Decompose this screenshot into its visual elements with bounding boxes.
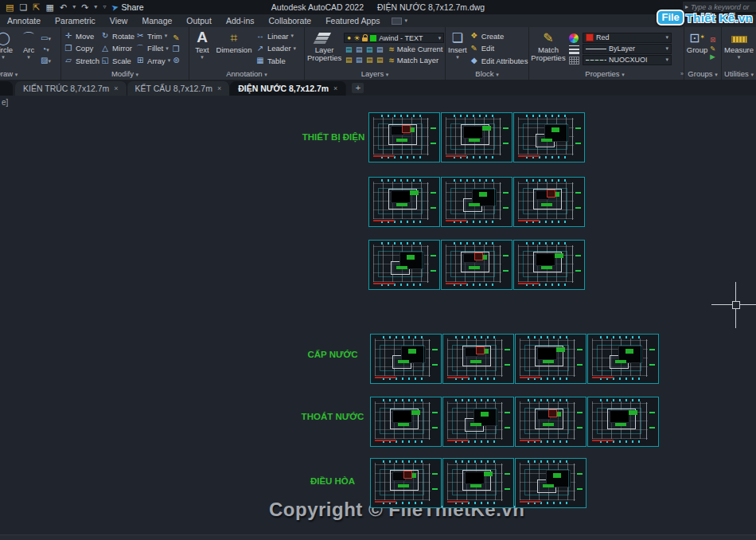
move-button[interactable]: ✛Move <box>64 30 99 42</box>
layer-isolate-icon[interactable]: ▤ <box>344 45 353 54</box>
trim-button[interactable]: ✂Trim▾ <box>135 30 170 42</box>
arc-tool-button[interactable]: ⌒ Arc ▾ <box>19 28 38 69</box>
section-label[interactable]: ĐIỀU HÒA <box>310 476 355 486</box>
leader-button[interactable]: ↗Leader▾ <box>255 43 296 55</box>
ellipse-tool-icon[interactable]: ◔▾ <box>41 45 50 53</box>
linear-button[interactable]: ↔Linear▾ <box>255 30 296 42</box>
plan-thumbnail[interactable] <box>370 397 442 447</box>
plan-thumbnail[interactable] <box>368 112 440 162</box>
tab-view[interactable]: View <box>103 14 135 27</box>
dialog-launcher-icon[interactable]: » <box>680 69 684 79</box>
group-button[interactable]: ⊡✶ Group <box>687 28 707 69</box>
plan-thumbnail[interactable] <box>368 177 440 227</box>
panel-label-layers[interactable]: Layers ▾ <box>305 69 445 80</box>
plan-thumbnail[interactable] <box>587 334 659 384</box>
share-button[interactable]: ➤ Share <box>111 2 143 13</box>
plan-thumbnail[interactable] <box>442 397 514 447</box>
plan-thumbnail[interactable] <box>442 458 514 508</box>
array-button[interactable]: ⊞Array▾ <box>135 55 170 67</box>
plan-thumbnail[interactable] <box>515 458 586 508</box>
tab-addins[interactable]: Add-ins <box>219 14 262 27</box>
explode-icon[interactable]: ❒ <box>171 45 181 53</box>
panel-label-annotation[interactable]: Annotation ▾ <box>189 69 304 80</box>
redo-button[interactable]: ↷ <box>81 3 88 12</box>
plan-thumbnail[interactable] <box>513 177 585 227</box>
tab-featured-apps[interactable]: Featured Apps <box>318 14 387 27</box>
linetype-combo[interactable]: NUOCXUOI ▾ <box>583 55 672 65</box>
match-properties-button[interactable]: ✎ Match Properties <box>532 28 565 69</box>
close-icon[interactable]: × <box>333 84 337 92</box>
tab-parametric[interactable]: Parametric <box>48 14 103 27</box>
layer-combo[interactable]: ● ☀ Awind - TEXT ▾ <box>344 33 444 43</box>
new-tab-button[interactable]: + <box>352 83 364 93</box>
color-wheel-icon[interactable] <box>569 33 579 43</box>
lineweight-combo[interactable]: ByLayer ▾ <box>583 44 672 54</box>
layer-freeze-icon[interactable]: ▤ <box>364 45 374 54</box>
panel-label-properties[interactable]: Properties ▾ » <box>529 69 684 80</box>
ungroup-icon[interactable]: ⊠ <box>710 37 715 44</box>
rotate-button[interactable]: ↻Rotate <box>100 30 134 42</box>
save-icon[interactable]: ▤ <box>6 3 14 12</box>
dimension-tool-button[interactable]: ⌗ Dimension <box>215 28 253 69</box>
redo-dropdown-icon[interactable]: ▾ <box>94 4 97 10</box>
undo-dropdown-icon[interactable]: ▾ <box>72 4 76 10</box>
panel-label-modify[interactable]: Modify ▾ <box>61 69 189 80</box>
file-tab-partial[interactable] <box>0 81 13 96</box>
undo-button[interactable]: ↶ <box>60 3 67 12</box>
close-icon[interactable]: × <box>217 84 221 92</box>
panel-label-draw[interactable]: Draw ▾ <box>0 69 60 80</box>
close-icon[interactable]: × <box>114 84 118 92</box>
open-icon[interactable]: ❏ <box>19 3 27 12</box>
linetype-icon[interactable] <box>569 57 579 65</box>
drawing-canvas[interactable]: e] Copyright © FileThietKe.vn THIẾT BỊ Đ… <box>0 96 756 535</box>
plan-thumbnail[interactable] <box>441 112 512 162</box>
circle-tool-button[interactable]: ◯ Circle ▾ <box>0 28 17 69</box>
text-tool-button[interactable]: A Text ▾ <box>192 28 212 69</box>
plan-thumbnail[interactable] <box>442 334 514 384</box>
plan-thumbnail[interactable] <box>513 112 585 162</box>
plan-thumbnail[interactable] <box>441 177 512 227</box>
offset-icon[interactable]: ⊜ <box>171 56 181 65</box>
section-label[interactable]: CẤP NƯỚC <box>307 350 357 359</box>
file-tab-ket-cau[interactable]: KẾT CẤU 8,7x12.7m × <box>127 81 231 96</box>
ribbon-display-toggle[interactable]: ▾ <box>392 18 407 25</box>
layer-walk-icon[interactable]: ▤ <box>364 55 374 65</box>
tab-collaborate[interactable]: Collaborate <box>261 14 318 27</box>
viewport-control-text[interactable]: e] <box>2 98 8 107</box>
panel-label-utilities[interactable]: Utilities ▾ <box>722 69 756 80</box>
plot-icon[interactable]: ▦ <box>46 3 54 12</box>
plan-thumbnail[interactable] <box>587 397 659 447</box>
edit-attributes-button[interactable]: ◆Edit Attributes▾ <box>470 55 529 67</box>
file-tab-kien-truc[interactable]: KIẾN TRÚC 8,7x12.7m × <box>15 81 127 96</box>
group-edit-icon[interactable]: ✎ <box>710 45 715 53</box>
insert-button[interactable]: ❏ Insert ▾ <box>448 28 467 69</box>
plan-thumbnail[interactable] <box>515 397 586 447</box>
layer-lock-icon[interactable]: ▤ <box>344 55 353 65</box>
fillet-button[interactable]: ⌒Fillet▾ <box>135 43 170 55</box>
table-button[interactable]: ▦Table <box>255 55 296 67</box>
plan-thumbnail[interactable] <box>368 240 440 290</box>
file-tab-dien-nuoc[interactable]: ĐIỆN NƯỚC 8,7x12.7m × <box>230 81 346 96</box>
panel-label-block[interactable]: Block ▾ <box>446 69 528 80</box>
section-label[interactable]: THOÁT NƯỚC <box>302 412 364 421</box>
scale-button[interactable]: ◱Scale <box>100 55 134 67</box>
rectangle-tool-icon[interactable]: ▭▾ <box>41 33 50 42</box>
layer-on-tool-icon[interactable]: ▤ <box>375 55 384 65</box>
layer-unlock-tool-icon[interactable]: ▤ <box>354 55 364 65</box>
layer-properties-button[interactable]: Layer Properties <box>307 28 341 69</box>
lineweight-icon[interactable] <box>569 45 579 54</box>
hatch-tool-icon[interactable]: ▨▾ <box>41 56 50 65</box>
measure-button[interactable]: Measure ▾ <box>724 28 754 69</box>
stretch-button[interactable]: ▱Stretch <box>64 55 99 67</box>
tab-annotate[interactable]: Annotate <box>0 14 48 27</box>
copy-button[interactable]: ❐Copy <box>64 43 99 55</box>
group-select-icon[interactable]: ▶ <box>710 53 715 61</box>
section-label[interactable]: THIẾT BỊ ĐIỆN <box>302 132 365 142</box>
edit-block-button[interactable]: ✎Edit <box>470 43 529 55</box>
make-current-button[interactable]: ≋Make Current <box>388 45 442 53</box>
plan-thumbnail[interactable] <box>370 334 442 384</box>
plan-thumbnail[interactable] <box>515 334 586 384</box>
create-block-button[interactable]: ❖Create <box>470 30 529 42</box>
mirror-button[interactable]: △Mirror <box>100 43 134 55</box>
layer-off-icon[interactable]: ▤ <box>375 45 384 54</box>
